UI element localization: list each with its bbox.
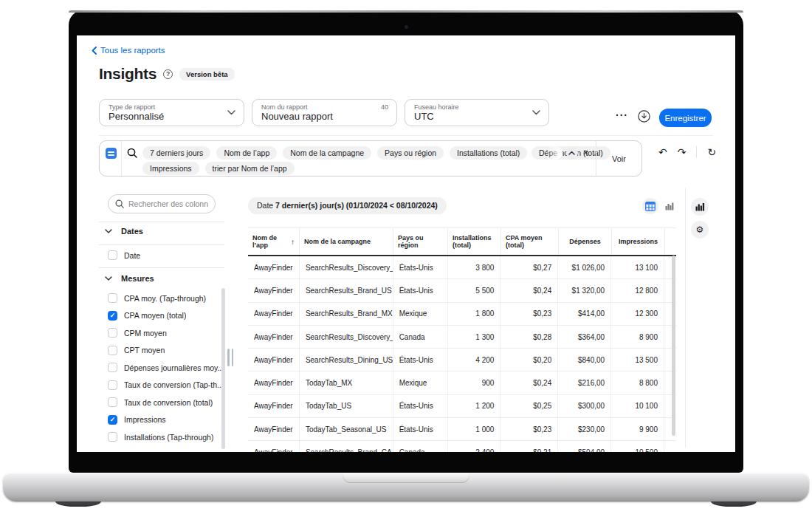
filter-chip[interactable]: Pays ou région [377, 146, 444, 160]
column-header-spend[interactable]: Dépenses [559, 228, 612, 255]
search-icon[interactable] [127, 148, 137, 158]
cell-app: AwayFinder [248, 326, 300, 348]
checkbox-label: CPA moyen (total) [124, 311, 186, 320]
cell-app: AwayFinder [248, 349, 300, 371]
checkbox[interactable] [108, 363, 117, 372]
filter-chip[interactable]: Nom de la campagne [283, 146, 371, 160]
filter-chip[interactable]: Installations (total) [450, 146, 527, 160]
download-icon[interactable] [638, 110, 650, 123]
checkbox-label: Taux de conversion (total) [124, 398, 213, 407]
column-checkbox-item[interactable]: Dépenses journalières moy... [108, 359, 224, 377]
cell-impressions: 8 800 [611, 372, 664, 394]
insights-chart-icon[interactable] [691, 198, 709, 216]
column-checkbox-item[interactable]: CPA moyen (total) [108, 307, 224, 325]
column-checkbox-item[interactable]: Impressions [108, 411, 224, 429]
column-checkbox-item[interactable]: CPM moyen [108, 324, 224, 342]
cell-spend: $230,00 [558, 418, 611, 440]
timezone-label: Fuseau horaire [414, 103, 459, 111]
cell-impressions: 10 100 [611, 395, 664, 417]
column-header-app[interactable]: Nom de l’app ↑ [248, 228, 300, 255]
column-header-cpa[interactable]: CPA moyen (total) [501, 228, 559, 255]
sidebar-scrollbar[interactable] [221, 288, 225, 449]
cell-campaign: TodayTab_US [300, 395, 393, 417]
checkbox[interactable] [108, 432, 117, 442]
table-view-icon[interactable] [642, 198, 658, 214]
cell-spend: $1 026,00 [558, 256, 611, 278]
date-chip-range: 7 dernier(s) jour(s) (01/10/2024 < 08/10… [275, 201, 438, 210]
back-to-reports-link[interactable]: Tous les rapports [92, 46, 165, 55]
column-header-campaign[interactable]: Nom de la campagne [300, 228, 393, 255]
divider [99, 222, 224, 222]
checkbox[interactable] [108, 346, 117, 355]
date-range-chip[interactable]: Date 7 dernier(s) jour(s) (01/10/2024 < … [248, 197, 447, 214]
table-row: AwayFinder SearchResults_Discovery_CA Ca… [248, 326, 676, 349]
column-search-input[interactable] [128, 199, 208, 208]
more-options-button[interactable]: ··· [616, 109, 628, 121]
checkbox[interactable] [108, 311, 117, 321]
redo-icon[interactable]: ↷ [678, 146, 687, 158]
checkbox[interactable] [108, 397, 117, 407]
column-checkbox-item[interactable]: Installations (Tap-through) [108, 428, 224, 446]
laptop-base [3, 473, 809, 501]
cell-installs: 900 [448, 372, 501, 394]
chart-view-icon[interactable] [661, 198, 678, 214]
view-button[interactable]: Voir [596, 141, 641, 176]
cell-cpa: $0,21 [500, 441, 558, 452]
chevron-down-icon [532, 110, 540, 115]
column-header-installs[interactable]: Installations (total) [448, 228, 501, 255]
history-controls: ↶ ↷ ↻ [658, 146, 716, 158]
cell-installs: 5 500 [448, 279, 501, 301]
column-checkbox-item[interactable]: CPA moy. (Tap-through) [108, 290, 224, 307]
filter-chips-row-2: Impressionstrier par Nom de l’app [142, 162, 295, 175]
chevron-up-icon[interactable] [566, 147, 578, 159]
cell-campaign: SearchResults_Discovery_US [300, 256, 393, 278]
filter-list-icon[interactable] [106, 148, 117, 159]
save-button[interactable]: Enregistrer [659, 109, 712, 127]
panel-resize-handle[interactable] [227, 349, 234, 366]
section-dates-header[interactable]: Dates [105, 227, 143, 236]
column-header-region[interactable]: Pays ou région [393, 228, 448, 255]
cell-cpa: $0,27 [500, 256, 558, 278]
cell-spend: $840,00 [558, 349, 611, 371]
undo-icon[interactable]: ↶ [658, 146, 667, 158]
table-body: AwayFinder SearchResults_Discovery_US Ét… [248, 256, 676, 452]
close-icon[interactable]: × [582, 148, 590, 158]
table-row: AwayFinder TodayTab_Seasonal_US États-Un… [248, 418, 676, 441]
cell-region: Canada [393, 326, 448, 348]
column-checkbox-item[interactable]: CPT moyen [108, 342, 224, 360]
filter-chip[interactable]: Nom de l’app [216, 146, 277, 160]
column-search[interactable] [108, 194, 216, 213]
cell-installs: 1 800 [448, 303, 501, 325]
cell-region: États-Unis [393, 279, 448, 301]
column-checkbox-item[interactable]: Taux de conversion (total) [108, 394, 224, 411]
gear-icon[interactable]: ⚙ [691, 221, 709, 239]
filter-chip[interactable]: trier par Nom de l’app [205, 162, 295, 175]
cell-campaign: SearchResults_Dining_US [300, 349, 393, 371]
report-type-select[interactable]: Type de rapport Personnalisé [99, 99, 244, 126]
filter-chip-overflow[interactable]: Dépe [531, 146, 562, 160]
cell-impressions: 13 100 [611, 256, 664, 278]
filter-chip[interactable]: 7 derniers jours [142, 146, 210, 160]
table-scrollbar[interactable] [672, 256, 675, 436]
help-icon[interactable]: ? [163, 69, 173, 79]
section-measures-header[interactable]: Mesures [105, 274, 154, 283]
column-checkbox-item[interactable]: Taux de conversion (Tap-th... [108, 377, 224, 394]
checkbox[interactable] [108, 293, 117, 303]
checkbox-label: Dépenses journalières moy... [124, 363, 224, 372]
checkbox[interactable] [108, 250, 117, 260]
column-header-impressions[interactable]: Impressions [612, 228, 665, 255]
cell-installs: 1 300 [448, 326, 501, 348]
timezone-select[interactable]: Fuseau horaire UTC [405, 99, 549, 126]
filter-chip[interactable]: Impressions [142, 162, 199, 175]
cell-app: AwayFinder [248, 441, 300, 452]
checkbox[interactable] [108, 328, 117, 338]
sort-asc-icon[interactable]: ↑ [291, 238, 295, 246]
checkbox-label: Installations (Tap-through) [124, 433, 213, 442]
report-name-field[interactable]: Nom du rapport Nouveau rapport 40 [252, 99, 397, 126]
date-chip-prefix: Date [257, 201, 273, 210]
reset-icon[interactable]: ↻ [707, 146, 716, 158]
column-checkbox-item[interactable]: Date [108, 247, 224, 264]
checkbox[interactable] [108, 415, 117, 425]
cell-spend: $1 320,00 [558, 279, 611, 301]
checkbox[interactable] [108, 380, 117, 390]
